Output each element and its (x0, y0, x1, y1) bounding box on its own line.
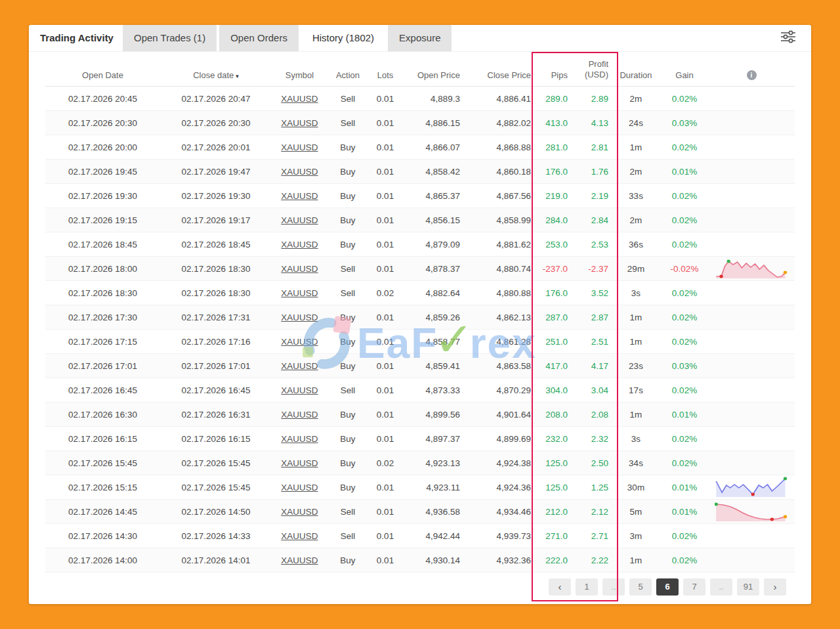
chart-cell (708, 111, 795, 135)
col-duration[interactable]: Duration (611, 52, 661, 87)
chart-cell (708, 402, 795, 427)
symbol-link[interactable]: XAUUSD (281, 215, 318, 225)
symbol-cell: XAUUSD (272, 257, 327, 281)
symbol-link[interactable]: XAUUSD (281, 410, 318, 420)
col-close-price[interactable]: Close Price (463, 52, 534, 87)
action-cell: Buy (327, 232, 368, 257)
open-price-cell: 4,889.3 (402, 87, 463, 111)
symbol-link[interactable]: XAUUSD (281, 385, 318, 395)
chart-cell (708, 208, 795, 232)
action-cell: Sell (327, 257, 368, 281)
lots-cell: 0.01 (368, 208, 402, 232)
gain-cell: 0.02% (661, 135, 708, 160)
pagination-prev-button[interactable]: ‹ (549, 578, 571, 596)
symbol-link[interactable]: XAUUSD (281, 531, 318, 541)
symbol-link[interactable]: XAUUSD (281, 240, 318, 249)
symbol-link[interactable]: XAUUSD (281, 555, 318, 565)
gain-cell: 0.03% (661, 354, 708, 378)
open-price-cell: 4,866.07 (402, 135, 463, 160)
table-row: 02.17.2026 18:30 02.17.2026 18:30 XAUUSD… (45, 281, 795, 305)
gain-cell: 0.02% (661, 208, 708, 232)
tab-exposure[interactable]: Exposure (388, 25, 452, 51)
info-icon[interactable]: i (747, 70, 757, 80)
symbol-link[interactable]: XAUUSD (281, 337, 318, 347)
close-price-cell: 4,863.58 (463, 354, 534, 378)
close-date-cell: 02.17.2026 15:45 (160, 451, 272, 475)
gain-cell: 0.02% (661, 330, 708, 354)
close-price-cell: 4,860.18 (463, 160, 534, 184)
symbol-link[interactable]: XAUUSD (281, 288, 318, 298)
action-cell: Buy (327, 402, 368, 427)
symbol-link[interactable]: XAUUSD (281, 361, 318, 371)
table-row: 02.17.2026 17:01 02.17.2026 17:01 XAUUSD… (45, 354, 795, 378)
close-date-cell: 02.17.2026 16:45 (160, 378, 272, 402)
duration-cell: 30m (611, 475, 661, 500)
symbol-cell: XAUUSD (272, 87, 327, 111)
pips-cell: 125.0 (534, 451, 570, 475)
pagination: ‹1..567..91› (549, 578, 786, 596)
symbol-cell: XAUUSD (272, 184, 327, 208)
chart-cell (708, 451, 795, 475)
symbol-cell: XAUUSD (272, 378, 327, 402)
lots-cell: 0.01 (368, 232, 402, 257)
table-row: 02.17.2026 20:45 02.17.2026 20:47 XAUUSD… (45, 87, 795, 111)
pagination-page-7[interactable]: 7 (683, 578, 705, 596)
pips-cell: 251.0 (534, 330, 570, 354)
chart-cell (708, 87, 795, 111)
symbol-link[interactable]: XAUUSD (281, 118, 318, 128)
symbol-cell: XAUUSD (272, 232, 327, 257)
col-lots[interactable]: Lots (368, 52, 402, 87)
close-date-cell: 02.17.2026 19:17 (160, 208, 272, 232)
gain-cell: 0.01% (661, 402, 708, 427)
pips-cell: 413.0 (534, 111, 570, 135)
symbol-link[interactable]: XAUUSD (281, 191, 318, 201)
pagination-page-6[interactable]: 6 (656, 578, 679, 596)
gain-cell: 0.02% (661, 524, 708, 548)
close-price-cell: 4,901.64 (463, 402, 534, 427)
close-date-cell: 02.17.2026 20:47 (160, 87, 272, 111)
col-symbol[interactable]: Symbol (272, 52, 327, 87)
duration-cell: 3s (611, 281, 661, 305)
symbol-link[interactable]: XAUUSD (281, 142, 318, 152)
pagination-next-button[interactable]: › (764, 578, 786, 596)
profit-cell: 2.12 (570, 500, 611, 524)
close-date-cell: 02.17.2026 14:01 (160, 548, 272, 573)
table-row: 02.17.2026 20:30 02.17.2026 20:30 XAUUSD… (45, 111, 795, 135)
pips-cell: 212.0 (534, 500, 570, 524)
col-pips[interactable]: Pips (534, 52, 570, 87)
symbol-link[interactable]: XAUUSD (281, 167, 318, 177)
close-date-cell: 02.17.2026 19:47 (160, 160, 272, 184)
symbol-link[interactable]: XAUUSD (281, 264, 318, 274)
pagination-page-91[interactable]: 91 (737, 578, 759, 596)
lots-cell: 0.01 (368, 111, 402, 135)
col-profit[interactable]: Profit (USD) (570, 52, 611, 87)
symbol-link[interactable]: XAUUSD (281, 434, 318, 444)
pips-cell: -237.0 (534, 257, 570, 281)
tab-open-trades-1[interactable]: Open Trades (1) (123, 25, 217, 51)
lots-cell: 0.01 (368, 475, 402, 500)
pagination-page-1[interactable]: 1 (576, 578, 598, 596)
col-open-date[interactable]: Open Date (45, 52, 160, 87)
col-gain[interactable]: Gain (661, 52, 708, 87)
symbol-link[interactable]: XAUUSD (281, 507, 318, 517)
pagination-page-5[interactable]: 5 (629, 578, 652, 596)
filter-sliders-icon[interactable] (780, 30, 797, 47)
chart-cell (708, 354, 795, 378)
symbol-link[interactable]: XAUUSD (281, 458, 318, 468)
action-cell: Buy (327, 330, 368, 354)
symbol-link[interactable]: XAUUSD (281, 483, 318, 492)
table-row: 02.17.2026 15:15 02.17.2026 15:45 XAUUSD… (45, 475, 795, 500)
tab-open-orders[interactable]: Open Orders (219, 25, 299, 51)
col-open-price[interactable]: Open Price (402, 52, 463, 87)
open-price-cell: 4,879.09 (402, 232, 463, 257)
tab-history-1802[interactable]: History (1802) (301, 25, 385, 51)
chart-cell (708, 330, 795, 354)
symbol-link[interactable]: XAUUSD (281, 94, 318, 104)
symbol-cell: XAUUSD (272, 451, 327, 475)
col-close-date[interactable]: Close date▾ (160, 52, 272, 87)
profit-cell: 2.50 (570, 451, 611, 475)
pips-cell: 176.0 (534, 281, 570, 305)
chart-cell (708, 500, 795, 524)
symbol-link[interactable]: XAUUSD (281, 313, 318, 322)
col-action[interactable]: Action (327, 52, 368, 87)
